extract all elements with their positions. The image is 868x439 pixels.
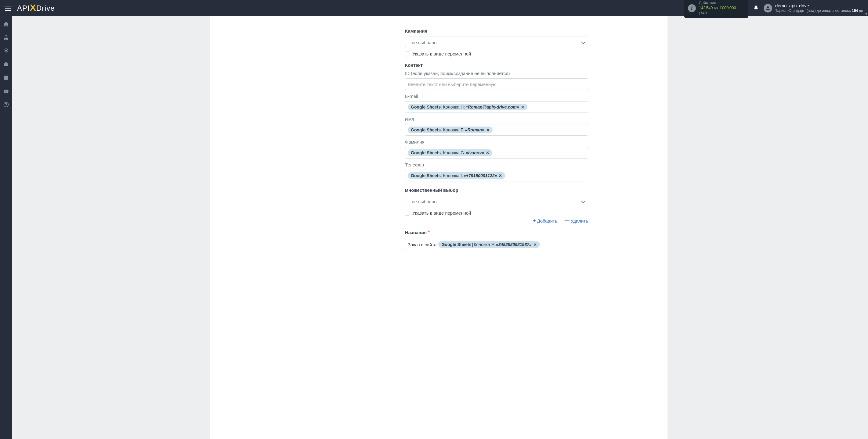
campaign-select[interactable]: - не выбрано - [405,37,588,48]
nav-briefcase-icon[interactable] [3,61,9,67]
main-content: Кампания - не выбрано - Указать в виде п… [12,16,868,439]
minus-icon: — [565,218,569,224]
nav-contacts-icon[interactable] [3,75,9,81]
svg-rect-0 [5,35,6,36]
form-panel: Кампания - не выбрано - Указать в виде п… [326,16,668,439]
phone-tag[interactable]: Google Sheets | Колонка I: «+79150001122… [408,172,505,179]
notifications-icon[interactable] [753,5,759,11]
campaign-label: Кампания [405,28,588,34]
close-icon[interactable]: ✕ [521,105,524,109]
surname-input[interactable]: Google Sheets | Колонка G: «Ivanov»✕ [405,147,588,159]
contact-id-field[interactable] [408,82,585,87]
actions-numbers: 142'549 из 1'000'000 (149 [699,5,745,16]
title-tag[interactable]: Google Sheets | Колонка E: «345298098198… [438,241,539,248]
multi-variable-label: Указать в виде переменной [412,210,471,215]
close-icon[interactable]: ✕ [533,242,537,247]
svg-rect-3 [7,39,8,40]
user-tariff: Тариф |Стандарт| (new) до оплаты осталос… [775,8,863,13]
logo[interactable]: APIXDrive [17,3,55,13]
user-menu[interactable]: demo_apix-drive Тариф |Стандарт| (new) д… [764,3,863,13]
sidebar [0,16,12,439]
remove-link[interactable]: —Удалить [565,218,588,224]
name-input[interactable]: Google Sheets | Колонка F: «Roman»✕ [405,124,588,136]
chevron-down-icon [581,40,584,45]
left-panel [210,16,326,439]
surname-tag[interactable]: Google Sheets | Колонка G: «Ivanov»✕ [408,149,492,156]
multi-variable-checkbox[interactable] [405,211,410,215]
multi-label: множественный выбор [405,188,588,193]
svg-rect-1 [4,39,5,40]
email-input[interactable]: Google Sheets | Колонка H: «Roman@apix-d… [405,101,588,113]
actions-counter[interactable]: i Действия: 142'549 из 1'000'000 (149 [684,0,748,18]
close-icon[interactable]: ✕ [486,150,489,155]
phone-input[interactable]: Google Sheets | Колонка I: «+79150001122… [405,170,588,181]
close-icon[interactable]: ✕ [486,128,490,132]
phone-label: Телефон [405,162,588,167]
nav-billing-icon[interactable] [3,48,9,54]
title-input[interactable]: Заказ с сайта Google Sheets | Колонка E:… [405,239,588,250]
campaign-variable-label: Указать в виде переменной [412,51,471,57]
chevron-down-icon [581,199,584,204]
nav-video-icon[interactable] [3,88,9,94]
contact-id-input[interactable] [405,78,588,90]
nav-home-icon[interactable] [3,21,9,27]
info-icon: i [688,4,696,12]
contact-id-label: ID (если указан, поиск/создание не выпол… [405,71,588,76]
plus-icon: + [533,218,536,224]
surname-label: Фамилия [405,139,588,144]
avatar-icon [764,4,772,12]
nav-help-icon[interactable] [3,102,9,108]
campaign-variable-checkbox[interactable] [405,52,410,57]
svg-rect-2 [5,39,6,40]
actions-label: Действия: [699,0,745,5]
email-label: E-mail [405,94,588,99]
user-name: demo_apix-drive [775,3,863,8]
nav-sitemap-icon[interactable] [3,34,9,40]
hamburger-menu[interactable] [5,6,11,11]
multi-select[interactable]: - не выбрано - [405,196,588,207]
required-star-icon: * [428,230,430,235]
add-link[interactable]: +Добавить [533,218,557,224]
name-tag[interactable]: Google Sheets | Колонка F: «Roman»✕ [408,127,493,133]
email-tag[interactable]: Google Sheets | Колонка H: «Roman@apix-d… [408,104,527,110]
name-label: Имя [405,116,588,122]
chevron-down-icon[interactable] [865,13,867,15]
title-label: Название * [405,230,588,236]
contact-label: Контакт [405,63,588,68]
title-prefix: Заказ с сайта [408,242,436,247]
close-icon[interactable]: ✕ [499,173,502,178]
topbar: APIXDrive i Действия: 142'549 из 1'000'0… [0,0,868,16]
